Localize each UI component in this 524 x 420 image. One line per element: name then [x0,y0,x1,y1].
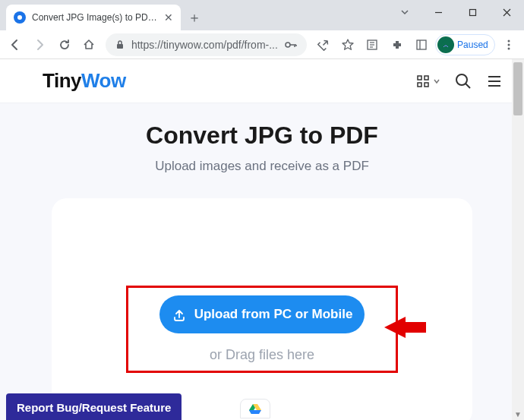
kebab-menu-icon[interactable] [498,33,519,56]
svg-rect-9 [417,40,426,49]
upload-icon [172,307,187,322]
logo-part1: Tiny [43,69,81,92]
search-icon [454,72,472,90]
sidebar-toggle-icon[interactable] [411,33,432,56]
logo-part2: Wow [81,69,126,92]
upload-card: Upload from PC or Mobile or Drag files h… [52,198,472,420]
svg-point-0 [17,15,22,20]
new-tab-button[interactable]: ＋ [184,7,205,28]
back-button[interactable] [5,33,26,56]
drag-files-text: or Drag files here [52,347,472,363]
svg-point-12 [507,39,510,42]
browser-tab-strip: Convert JPG Image(s) to PDF Onl ✕ ＋ [0,0,524,30]
page-main: Convert JPG to PDF Upload images and rec… [0,103,524,420]
address-bar[interactable]: https://tinywow.com/pdf/from-... [106,33,307,56]
google-drive-icon [249,403,261,414]
lock-icon [115,39,125,50]
svg-point-4 [286,43,290,47]
logo[interactable]: TinyWow [43,69,126,93]
page-subtitle: Upload images and receive as a PDF [30,159,494,174]
extensions-icon[interactable] [387,33,408,56]
reader-icon[interactable] [361,33,383,56]
svg-point-19 [456,74,467,85]
close-window-button[interactable] [490,0,524,24]
caret-down-icon[interactable] [387,0,421,24]
profile-avatar-icon [437,36,454,53]
maximize-button[interactable] [456,0,490,24]
svg-point-14 [507,47,510,49]
browser-tab[interactable]: Convert JPG Image(s) to PDF Onl ✕ [6,5,181,30]
chevron-down-icon [433,77,440,85]
report-bug-label: Report Bug/Request Feature [17,401,171,414]
site-header: TinyWow [0,59,524,103]
minimize-button[interactable] [421,0,456,24]
profile-status: Paused [457,39,488,50]
tab-favicon [14,11,26,24]
home-button[interactable] [78,33,99,56]
svg-rect-18 [425,83,428,87]
hamburger-menu-button[interactable] [486,73,503,90]
svg-marker-27 [249,410,261,414]
share-icon[interactable] [313,33,334,56]
upload-button-label: Upload from PC or Mobile [194,307,353,322]
google-drive-button[interactable] [240,399,270,418]
svg-rect-15 [418,76,421,80]
svg-rect-3 [117,44,123,49]
forward-button[interactable] [29,33,50,56]
key-icon[interactable] [284,39,298,50]
svg-rect-16 [425,76,428,80]
svg-rect-2 [470,9,476,15]
window-controls [387,0,524,24]
svg-point-11 [441,40,450,49]
search-button[interactable] [454,72,472,90]
header-actions [416,72,503,90]
tab-close-icon[interactable]: ✕ [164,11,173,24]
hamburger-icon [486,73,503,90]
address-text: https://tinywow.com/pdf/from-... [131,39,278,51]
annotation-arrow-icon [384,312,430,343]
svg-line-20 [466,84,470,88]
report-bug-button[interactable]: Report Bug/Request Feature [6,393,182,420]
upload-button[interactable]: Upload from PC or Mobile [159,295,365,333]
page-title: Convert JPG to PDF [30,122,494,150]
profile-badge[interactable]: Paused [435,34,495,55]
grid-icon [416,74,430,88]
svg-marker-24 [384,317,426,338]
star-icon[interactable] [337,33,358,56]
page-viewport: ▲ ▼ TinyWow Convert JPG to PDF Upload im… [0,59,524,420]
browser-toolbar: https://tinywow.com/pdf/from-... Paused [0,30,524,59]
svg-point-13 [507,43,510,46]
reload-button[interactable] [53,33,74,56]
svg-rect-17 [418,83,421,87]
apps-menu-button[interactable] [416,74,440,88]
tab-title: Convert JPG Image(s) to PDF Onl [32,12,158,23]
